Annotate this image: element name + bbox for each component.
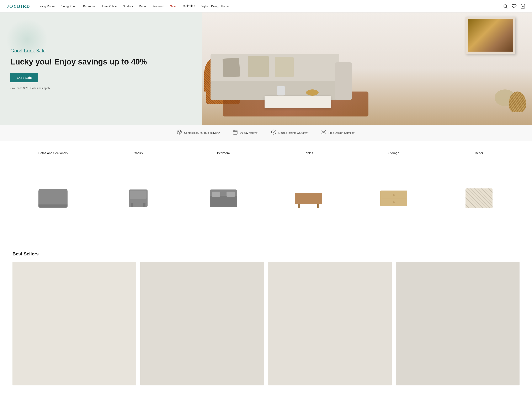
- product-card[interactable]: [268, 262, 392, 388]
- site-header: JOYBIRD Living RoomDining RoomBedroomHom…: [0, 0, 532, 12]
- calendar-icon: [233, 129, 238, 136]
- nav-item-featured[interactable]: Featured: [152, 5, 164, 8]
- svg-rect-4: [233, 130, 237, 134]
- nav-item-living-room[interactable]: Living Room: [38, 5, 55, 8]
- wishlist-icon[interactable]: [512, 4, 517, 9]
- product-card[interactable]: [140, 262, 264, 388]
- hero-content: Good Luck Sale Lucky you! Enjoy savings …: [0, 12, 202, 125]
- category-image-bedroom-cat: [183, 158, 264, 239]
- feature-check-circle-icon: Limited lifetime warranty*: [271, 129, 309, 136]
- hero-headline: Lucky you! Enjoy savings up to 40%: [10, 57, 192, 67]
- feature-text: Contactless, flat-rate delivery*: [184, 131, 220, 134]
- category-image-storage: [353, 158, 434, 239]
- svg-point-8: [322, 130, 323, 131]
- feature-text: 90-day returns*: [240, 131, 258, 134]
- category-chairs[interactable]: Chairs: [98, 151, 179, 239]
- category-decor-cat[interactable]: Decor: [438, 151, 520, 239]
- svg-point-0: [504, 5, 507, 8]
- feature-scissors-icon: Free Design Services*: [321, 129, 355, 136]
- header-icons: [503, 4, 525, 9]
- hero-image: [202, 12, 532, 125]
- shop-sale-button[interactable]: Shop Sale: [10, 73, 38, 82]
- category-image-decor-cat: [438, 158, 520, 239]
- feature-text: Limited lifetime warranty*: [278, 131, 309, 134]
- best-sellers-section: Best Sellers: [0, 245, 532, 392]
- nav-item-inspiration[interactable]: Inspiration: [182, 4, 195, 8]
- features-bar: Contactless, flat-rate delivery* 90-day …: [0, 125, 532, 141]
- feature-box-icon: Contactless, flat-rate delivery*: [177, 129, 220, 136]
- category-label-chairs: Chairs: [134, 151, 142, 155]
- best-sellers-title: Best Sellers: [12, 251, 520, 257]
- category-image-chairs: [98, 158, 179, 239]
- category-label-decor-cat: Decor: [475, 151, 483, 155]
- nav-item-design-house[interactable]: Joybird Design House: [201, 5, 229, 8]
- box-icon: [177, 129, 182, 136]
- hero-eyebrow: Good Luck Sale: [10, 48, 192, 54]
- categories-grid: Sofas and Sectionals Chairs Bedroom Tabl…: [12, 151, 520, 239]
- scissors-icon: [321, 129, 326, 136]
- product-card[interactable]: [396, 262, 520, 388]
- product-grid: [12, 262, 520, 388]
- category-label-tables: Tables: [304, 151, 313, 155]
- basket-decoration: [509, 91, 526, 112]
- svg-point-9: [322, 133, 323, 134]
- cart-icon[interactable]: [520, 4, 525, 9]
- wall-art-decoration: [466, 17, 515, 54]
- nav-item-home-office[interactable]: Home Office: [101, 5, 117, 8]
- svg-line-11: [324, 133, 325, 134]
- product-card[interactable]: [12, 262, 136, 388]
- categories-section: Sofas and Sectionals Chairs Bedroom Tabl…: [0, 141, 532, 245]
- category-image-tables: [268, 158, 349, 239]
- feature-text: Free Design Services*: [329, 131, 355, 134]
- hero-section: Good Luck Sale Lucky you! Enjoy savings …: [0, 12, 532, 125]
- hero-disclaimer: Sale ends 3/20. Exclusions apply.: [10, 87, 192, 90]
- category-sofas[interactable]: Sofas and Sectionals: [12, 151, 94, 239]
- feature-calendar-icon: 90-day returns*: [233, 129, 258, 136]
- svg-line-1: [506, 7, 507, 8]
- nav-item-decor[interactable]: Decor: [139, 5, 147, 8]
- search-icon[interactable]: [503, 4, 508, 9]
- check-circle-icon: [271, 129, 276, 136]
- category-bedroom-cat[interactable]: Bedroom: [183, 151, 264, 239]
- nav-item-sale[interactable]: Sale: [170, 5, 176, 8]
- category-tables[interactable]: Tables: [268, 151, 349, 239]
- category-storage[interactable]: Storage: [353, 151, 434, 239]
- category-image-sofas: [12, 158, 94, 239]
- main-nav: Living RoomDining RoomBedroomHome Office…: [38, 4, 503, 8]
- category-label-bedroom-cat: Bedroom: [217, 151, 230, 155]
- nav-item-dining-room[interactable]: Dining Room: [60, 5, 77, 8]
- nav-item-outdoor[interactable]: Outdoor: [123, 5, 133, 8]
- category-label-sofas: Sofas and Sectionals: [38, 151, 68, 155]
- coffee-table-decoration: [265, 96, 331, 108]
- nav-item-bedroom[interactable]: Bedroom: [83, 5, 95, 8]
- svg-line-12: [323, 131, 324, 132]
- category-label-storage: Storage: [388, 151, 399, 155]
- site-logo[interactable]: JOYBIRD: [7, 4, 30, 9]
